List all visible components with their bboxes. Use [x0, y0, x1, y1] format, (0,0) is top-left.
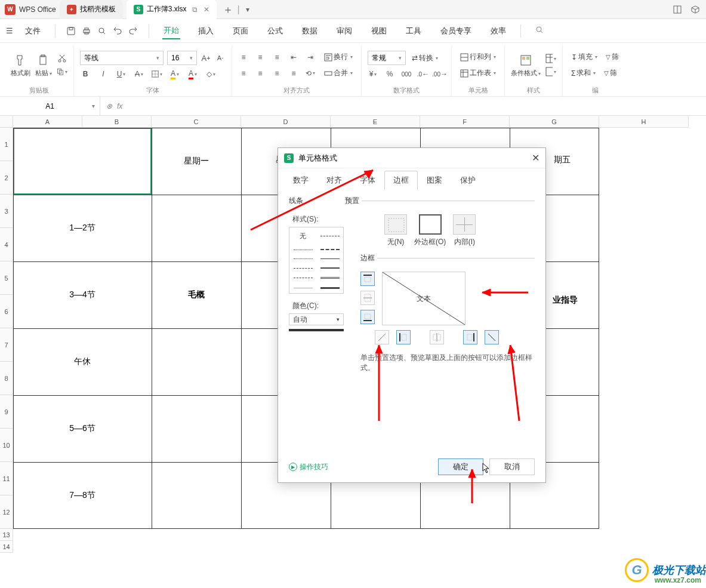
print-icon[interactable]: [82, 26, 91, 36]
tab-pattern[interactable]: 图案: [418, 171, 451, 190]
menu-view[interactable]: 视图: [370, 23, 388, 39]
border-top-button[interactable]: [360, 272, 375, 286]
cancel-formula-icon[interactable]: ⊗: [106, 102, 112, 110]
col-header[interactable]: B: [82, 116, 152, 128]
tips-link[interactable]: ▶操作技巧: [289, 462, 328, 472]
align-right-icon[interactable]: ≡: [272, 68, 282, 79]
border-bottom-button[interactable]: [360, 310, 375, 324]
decrease-decimal-icon[interactable]: .00→: [434, 69, 445, 79]
cell[interactable]: 1—2节: [13, 195, 152, 261]
cell[interactable]: 星期一: [152, 128, 241, 195]
row-header[interactable]: 13: [0, 529, 13, 541]
cell-style-icon[interactable]: ▾: [545, 66, 556, 77]
name-box[interactable]: ▾: [0, 97, 100, 115]
style-option[interactable]: [289, 263, 316, 273]
menu-efficiency[interactable]: 效率: [489, 23, 507, 39]
cell[interactable]: 7—8节: [13, 462, 152, 529]
undo-icon[interactable]: [113, 26, 122, 36]
style-option[interactable]: [289, 245, 316, 254]
row-header[interactable]: 12: [0, 495, 13, 529]
cell[interactable]: 午休: [13, 328, 152, 395]
border-left-button[interactable]: [396, 330, 411, 344]
align-left-icon[interactable]: ≡: [238, 68, 249, 79]
decrease-font-icon[interactable]: A-: [215, 53, 226, 63]
thousands-icon[interactable]: 000: [401, 69, 412, 79]
paste-button[interactable]: 粘贴▾: [35, 53, 52, 78]
cancel-button[interactable]: 取消: [489, 458, 535, 475]
ok-button[interactable]: 确定: [438, 458, 483, 475]
format-painter-button[interactable]: 格式刷: [11, 53, 30, 78]
align-top-icon[interactable]: ≡: [238, 52, 249, 63]
col-header[interactable]: D: [241, 116, 331, 128]
row-header[interactable]: 11: [0, 462, 13, 495]
menu-start[interactable]: 开始: [162, 23, 180, 39]
close-icon[interactable]: ✕: [532, 152, 539, 164]
border-right-button[interactable]: [463, 330, 477, 344]
currency-icon[interactable]: ¥▾: [368, 69, 378, 79]
cut-icon[interactable]: [57, 53, 67, 64]
tab-number[interactable]: 数字: [284, 171, 317, 190]
bold-icon[interactable]: B: [80, 69, 91, 79]
style-option[interactable]: [316, 227, 343, 245]
col-header[interactable]: E: [331, 116, 420, 128]
menu-review[interactable]: 审阅: [335, 23, 353, 39]
tab-protect[interactable]: 保护: [451, 171, 485, 190]
align-middle-icon[interactable]: ≡: [255, 52, 266, 63]
style-option[interactable]: [316, 254, 343, 263]
fx-icon[interactable]: fx: [117, 102, 122, 110]
border-preview[interactable]: 文本: [382, 272, 465, 325]
row-header[interactable]: 7: [0, 328, 13, 362]
indent-increase-icon[interactable]: ⇥: [305, 52, 316, 63]
sum-button[interactable]: Σ求和▾: [569, 67, 598, 79]
tab-font[interactable]: 字体: [351, 171, 384, 190]
row-header[interactable]: 8: [0, 362, 13, 395]
row-header[interactable]: 5: [0, 261, 13, 295]
increase-decimal-icon[interactable]: .0←: [418, 69, 428, 79]
col-header[interactable]: C: [152, 116, 241, 128]
tab-menu-button[interactable]: ▾: [246, 5, 249, 14]
dialog-titlebar[interactable]: S 单元格格式 ✕: [278, 148, 545, 168]
menu-formula[interactable]: 公式: [266, 23, 284, 39]
row-header[interactable]: 3: [0, 195, 13, 228]
strikethrough-icon[interactable]: A▾: [134, 69, 144, 79]
hamburger-icon[interactable]: ☰: [6, 26, 13, 35]
style-option[interactable]: [289, 273, 316, 283]
align-bottom-icon[interactable]: ≡: [272, 52, 282, 63]
color-select[interactable]: 自动▾: [289, 313, 344, 325]
row-header[interactable]: 4: [0, 228, 13, 261]
border-vmiddle-button[interactable]: [430, 330, 444, 344]
border-style-list[interactable]: 无: [289, 227, 344, 294]
underline-icon[interactable]: U▾: [116, 69, 127, 79]
percent-icon[interactable]: %: [384, 69, 395, 79]
table-format-icon[interactable]: ▾: [545, 53, 556, 64]
col-header[interactable]: H: [599, 116, 689, 128]
border-hmiddle-button[interactable]: [360, 291, 375, 305]
add-tab-button[interactable]: ＋: [223, 2, 233, 17]
tab-close-icon[interactable]: ✕: [204, 5, 209, 14]
name-box-input[interactable]: [6, 102, 94, 110]
row-header[interactable]: 2: [0, 161, 13, 195]
filter-button[interactable]: ▽筛: [603, 51, 621, 63]
indent-decrease-icon[interactable]: ⇤: [288, 52, 299, 63]
tab-align[interactable]: 对齐: [317, 171, 351, 190]
preset-inner[interactable]: 内部(I): [453, 214, 476, 247]
menu-insert[interactable]: 插入: [197, 23, 215, 39]
wrap-text-button[interactable]: 换行▾: [322, 51, 355, 63]
row-header[interactable]: 1: [0, 128, 13, 161]
file-menu[interactable]: 文件: [24, 23, 42, 39]
tab-workbook[interactable]: S 工作簿3.xlsx ⧉ ✕: [127, 0, 217, 19]
copy-icon[interactable]: ▾: [57, 66, 67, 77]
menu-page[interactable]: 页面: [232, 23, 249, 39]
increase-font-icon[interactable]: A+: [201, 53, 211, 63]
number-format-select[interactable]: 常规▾: [368, 51, 406, 65]
style-option[interactable]: [316, 263, 343, 273]
redo-icon[interactable]: [128, 26, 138, 36]
align-center-icon[interactable]: ≡: [255, 68, 266, 79]
menu-tools[interactable]: 工具: [405, 23, 423, 39]
row-header[interactable]: 10: [0, 429, 13, 462]
chevron-down-icon[interactable]: ▾: [92, 103, 95, 109]
tab-template[interactable]: ✦ 找稻壳模板: [60, 0, 123, 19]
font-size-select[interactable]: 16▾: [167, 51, 197, 65]
layout-icon[interactable]: [673, 5, 682, 14]
tab-duplicate-icon[interactable]: ⧉: [192, 5, 198, 14]
